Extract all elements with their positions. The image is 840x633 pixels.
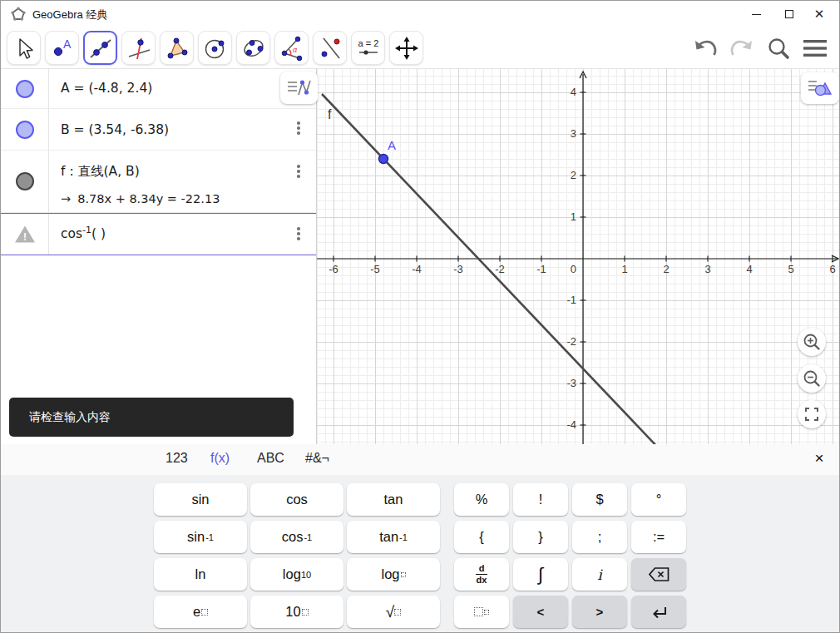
point-A-label: A bbox=[388, 138, 396, 152]
undo-button[interactable] bbox=[691, 34, 719, 62]
search-button[interactable] bbox=[764, 34, 793, 62]
search-icon bbox=[766, 36, 791, 61]
key-sin[interactable]: sin bbox=[154, 483, 247, 516]
backspace-icon bbox=[649, 567, 670, 581]
close-window-button[interactable]: ✕ bbox=[803, 1, 836, 27]
graphics-style-bar-button[interactable] bbox=[801, 72, 839, 104]
tool-polygon[interactable] bbox=[160, 31, 194, 65]
key-enter[interactable] bbox=[631, 596, 686, 628]
key-assign[interactable]: := bbox=[631, 521, 686, 553]
key-subscript[interactable] bbox=[454, 596, 509, 628]
visibility-marble-B[interactable] bbox=[16, 121, 34, 139]
minimize-button[interactable] bbox=[739, 1, 773, 27]
algebra-row-f[interactable]: f : 直线(A, B) →8.78x + 8.34y = -22.13 bbox=[1, 151, 316, 213]
zoom-out-button[interactable] bbox=[798, 364, 826, 393]
algebra-style-bar-button[interactable] bbox=[280, 72, 318, 104]
key-asin[interactable]: sin-1 bbox=[154, 521, 247, 553]
maximize-button[interactable] bbox=[773, 1, 806, 27]
algebra-input-row[interactable]: ! cos-1( ) bbox=[1, 213, 316, 255]
key-cos[interactable]: cos bbox=[250, 483, 343, 516]
move-graphics-icon bbox=[393, 35, 420, 62]
graphics-canvas: -6-5 -4-3 -2-1 12 34 56 43 21 -1-2 -3-4 … bbox=[317, 69, 840, 444]
svg-text:-5: -5 bbox=[370, 263, 380, 275]
tool-move-graphics[interactable] bbox=[389, 31, 423, 65]
key-brace-open[interactable]: { bbox=[454, 521, 509, 553]
key-dollar[interactable]: $ bbox=[572, 483, 627, 516]
zoom-in-button[interactable] bbox=[798, 328, 826, 356]
key-tan[interactable]: tan bbox=[347, 483, 440, 516]
key-ln[interactable]: ln bbox=[154, 558, 247, 591]
point-A[interactable] bbox=[379, 155, 388, 164]
geogebra-logo-icon bbox=[11, 7, 26, 25]
key-sqrt[interactable]: √ bbox=[347, 596, 440, 628]
svg-text:2: 2 bbox=[663, 263, 669, 275]
tool-point[interactable]: A bbox=[45, 31, 79, 65]
key-ten-power[interactable]: 10 bbox=[250, 596, 343, 628]
keyboard-tab-special[interactable]: #&¬ bbox=[305, 451, 329, 466]
tool-angle[interactable]: α bbox=[274, 31, 309, 65]
svg-text:-2: -2 bbox=[566, 335, 576, 348]
key-backspace[interactable] bbox=[631, 558, 686, 591]
key-atan[interactable]: tan-1 bbox=[347, 521, 440, 553]
enter-icon bbox=[650, 604, 668, 621]
redo-button[interactable] bbox=[728, 34, 756, 62]
key-log10[interactable]: log10 bbox=[250, 558, 343, 591]
tool-reflect[interactable] bbox=[313, 31, 347, 65]
x-axis-labels: -6-5 -4-3 -2-1 12 34 56 bbox=[329, 263, 835, 275]
input-error-tooltip: 请检查输入内容 bbox=[9, 398, 294, 437]
move-cursor-icon bbox=[11, 35, 37, 62]
row-menu-f[interactable] bbox=[294, 165, 304, 178]
toolbar: A bbox=[1, 27, 839, 69]
algebra-row-B[interactable]: B = (3.54, -6.38) bbox=[1, 109, 316, 151]
tool-circle[interactable] bbox=[198, 31, 232, 65]
output-arrow-icon: → bbox=[61, 192, 71, 205]
svg-text:-1: -1 bbox=[536, 263, 546, 275]
keyboard-tab-fx[interactable]: f(x) bbox=[210, 451, 230, 466]
keyboard-tab-bar: 123 f(x) ABC #&¬ × bbox=[1, 444, 839, 475]
key-arrow-right[interactable]: > bbox=[572, 596, 627, 628]
visibility-marble-f[interactable] bbox=[16, 172, 34, 190]
tool-perpendicular-line[interactable] bbox=[121, 31, 156, 65]
algebra-style-bar-icon bbox=[286, 77, 313, 99]
tool-line[interactable] bbox=[83, 31, 117, 65]
input-row-expression[interactable]: cos-1( ) bbox=[61, 225, 106, 241]
svg-text:!: ! bbox=[23, 231, 27, 243]
circle-icon bbox=[202, 35, 229, 62]
keyboard-tab-abc[interactable]: ABC bbox=[257, 451, 284, 466]
key-factorial[interactable]: ! bbox=[513, 483, 568, 516]
virtual-keyboard: sin cos tan % ! $ ° sin-1 cos-1 tan-1 { … bbox=[1, 475, 839, 633]
tool-slider[interactable]: a = 2 bbox=[351, 31, 385, 65]
visibility-marble-A[interactable] bbox=[16, 80, 34, 98]
key-derivative[interactable]: ddx bbox=[454, 558, 509, 591]
key-integral[interactable]: ∫ bbox=[513, 558, 568, 591]
geogebra-window: GeoGebra 经典 ✕ A bbox=[0, 0, 840, 633]
menu-button[interactable] bbox=[801, 34, 829, 62]
tool-conic[interactable] bbox=[236, 31, 270, 65]
polygon-icon bbox=[164, 35, 190, 62]
line-icon bbox=[87, 35, 114, 62]
svg-text:A: A bbox=[63, 37, 72, 51]
key-brace-close[interactable]: } bbox=[513, 521, 568, 553]
svg-text:-3: -3 bbox=[566, 377, 576, 389]
key-arrow-left[interactable]: < bbox=[513, 596, 568, 628]
key-acos[interactable]: cos-1 bbox=[250, 521, 343, 553]
key-imaginary[interactable]: i bbox=[572, 558, 627, 591]
tool-move[interactable] bbox=[7, 31, 41, 65]
key-log-base[interactable]: log bbox=[347, 558, 440, 591]
key-degree[interactable]: ° bbox=[631, 483, 686, 516]
keyboard-close-button[interactable]: × bbox=[809, 449, 829, 467]
key-semicolon[interactable]: ; bbox=[572, 521, 627, 553]
graphics-view[interactable]: -6-5 -4-3 -2-1 12 34 56 43 21 -1-2 -3-4 … bbox=[317, 69, 840, 444]
row-menu-input[interactable] bbox=[294, 227, 304, 240]
hamburger-menu-icon bbox=[802, 37, 828, 59]
key-e-power[interactable]: e bbox=[154, 596, 247, 628]
key-percent[interactable]: % bbox=[454, 483, 509, 516]
keyboard-tab-123[interactable]: 123 bbox=[166, 451, 188, 466]
window-title: GeoGebra 经典 bbox=[32, 7, 107, 22]
angle-icon: α bbox=[279, 35, 305, 62]
fullscreen-button[interactable] bbox=[798, 400, 826, 428]
titlebar: GeoGebra 经典 ✕ bbox=[1, 1, 839, 27]
row-menu-B[interactable] bbox=[294, 121, 304, 135]
warning-icon: ! bbox=[14, 225, 36, 244]
algebra-row-A[interactable]: A = (-4.8, 2.4) bbox=[1, 69, 316, 109]
